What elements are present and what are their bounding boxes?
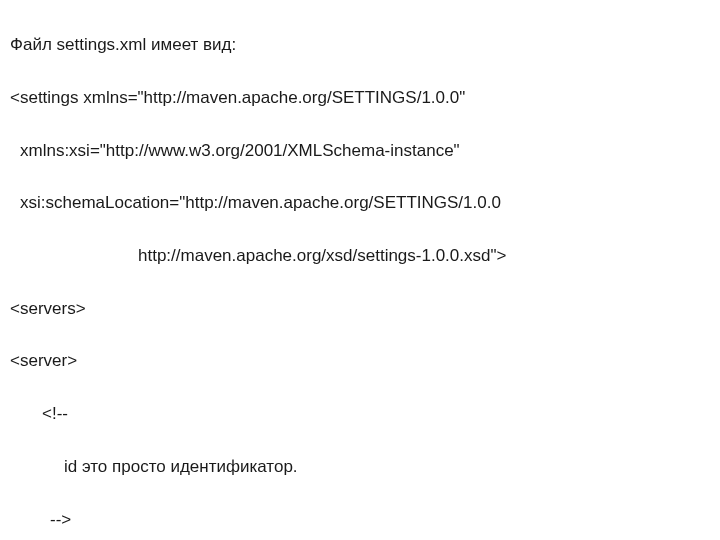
document-body: Файл settings.xml имеет вид: <settings x… — [0, 0, 720, 540]
xml-line-server-open: <server> — [10, 348, 710, 374]
xml-line-xmlns-xsi: xmlns:xsi="http://www.w3.org/2001/XMLSch… — [10, 138, 710, 164]
xml-line-schema-loc-2: http://maven.apache.org/xsd/settings-1.0… — [10, 243, 710, 269]
intro-line: Файл settings.xml имеет вид: — [10, 32, 710, 58]
xml-line-servers-open: <servers> — [10, 296, 710, 322]
xml-line-comment-text: id это просто идентификатор. — [10, 454, 710, 480]
xml-line-comment-open: <!-- — [10, 401, 710, 427]
xml-line-schema-loc: xsi:schemaLocation="http://maven.apache.… — [10, 190, 710, 216]
xml-line-comment-close: --> — [10, 507, 710, 533]
xml-line-settings-open: <settings xmlns="http://maven.apache.org… — [10, 85, 710, 111]
